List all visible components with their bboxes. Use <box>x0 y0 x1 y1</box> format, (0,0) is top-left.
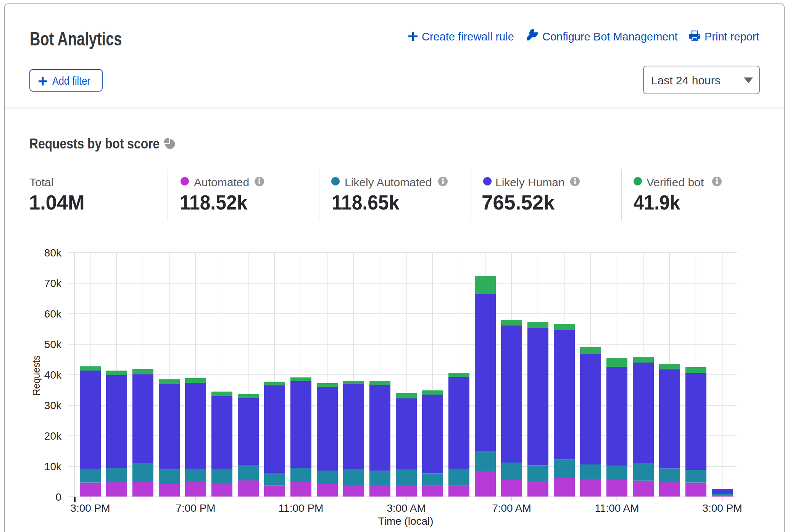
svg-text:3:00 PM: 3:00 PM <box>70 502 110 514</box>
svg-text:50k: 50k <box>44 339 62 350</box>
svg-text:3:00 AM: 3:00 AM <box>387 502 426 514</box>
svg-text:40k: 40k <box>44 369 62 381</box>
svg-text:80k: 80k <box>44 247 62 259</box>
svg-text:60k: 60k <box>44 308 62 320</box>
svg-text:Requests: Requests <box>31 355 42 396</box>
svg-text:70k: 70k <box>44 277 62 289</box>
svg-text:7:00 AM: 7:00 AM <box>492 502 531 514</box>
svg-text:7:00 PM: 7:00 PM <box>176 502 215 514</box>
svg-text:Time (local): Time (local) <box>378 515 433 527</box>
svg-text:10k: 10k <box>44 461 62 472</box>
svg-text:30k: 30k <box>44 400 62 411</box>
svg-text:3:00 PM: 3:00 PM <box>702 502 742 514</box>
svg-text:0: 0 <box>55 491 61 503</box>
svg-text:20k: 20k <box>44 430 62 442</box>
svg-text:11:00 PM: 11:00 PM <box>279 502 324 514</box>
svg-text:11:00 AM: 11:00 AM <box>595 502 639 514</box>
